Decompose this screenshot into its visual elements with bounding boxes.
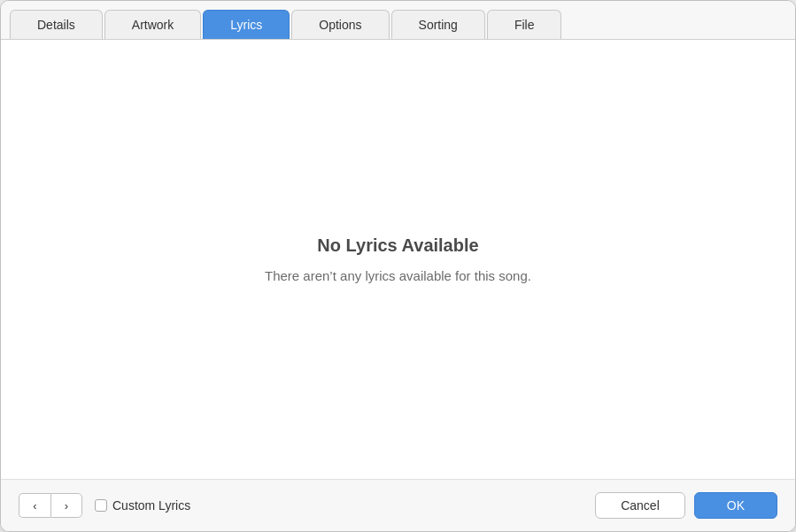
tab-bar: Details Artwork Lyrics Options Sorting F… bbox=[1, 1, 795, 40]
no-lyrics-title: No Lyrics Available bbox=[317, 235, 478, 256]
lyrics-content: No Lyrics Available There aren’t any lyr… bbox=[1, 40, 795, 479]
tab-artwork[interactable]: Artwork bbox=[104, 10, 201, 39]
cancel-button[interactable]: Cancel bbox=[595, 492, 685, 519]
tab-details[interactable]: Details bbox=[10, 10, 103, 39]
ok-button[interactable]: OK bbox=[694, 492, 777, 519]
footer-right: Cancel OK bbox=[595, 492, 777, 519]
dialog: Details Artwork Lyrics Options Sorting F… bbox=[0, 0, 796, 532]
tab-file[interactable]: File bbox=[487, 10, 562, 39]
prev-button[interactable]: ‹ bbox=[19, 493, 50, 518]
no-lyrics-subtitle: There aren’t any lyrics available for th… bbox=[265, 268, 531, 283]
custom-lyrics-label[interactable]: Custom Lyrics bbox=[95, 498, 190, 513]
nav-buttons: ‹ › bbox=[19, 493, 82, 518]
footer: ‹ › Custom Lyrics Cancel OK bbox=[1, 479, 795, 531]
tab-lyrics[interactable]: Lyrics bbox=[203, 10, 290, 39]
next-button[interactable]: › bbox=[50, 493, 82, 518]
custom-lyrics-text: Custom Lyrics bbox=[112, 498, 190, 513]
custom-lyrics-checkbox[interactable] bbox=[95, 499, 107, 512]
tab-sorting[interactable]: Sorting bbox=[391, 10, 485, 39]
tab-options[interactable]: Options bbox=[291, 10, 389, 39]
